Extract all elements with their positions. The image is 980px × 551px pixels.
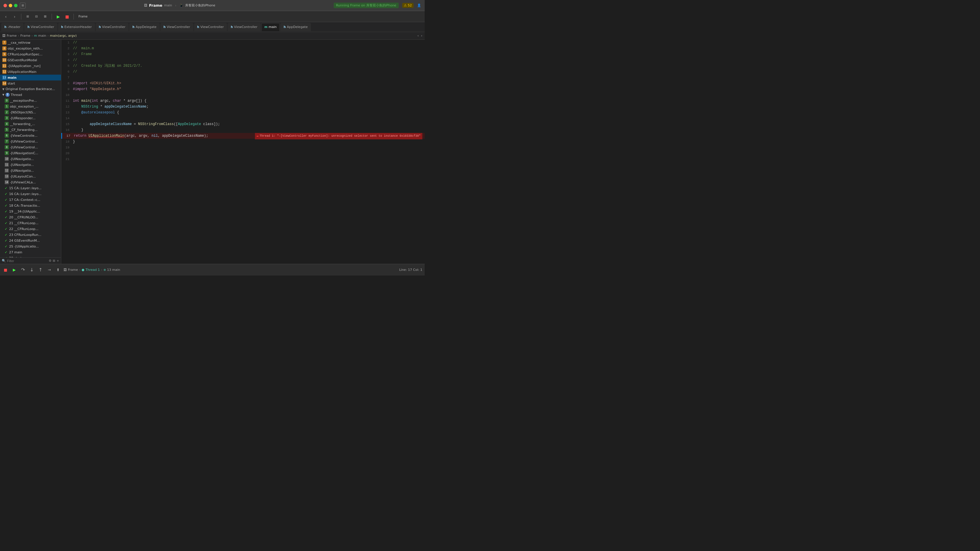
sidebar-item-start[interactable]: 14 start: [0, 81, 61, 86]
sidebar-item-t11[interactable]: 11 -[UINavigatio...: [0, 162, 61, 168]
thread-section-header[interactable]: ▼ T Thread: [0, 92, 61, 98]
sidebar-item-t24[interactable]: ✓ 24 GSEventRunM...: [0, 238, 61, 243]
sidebar-item-t22[interactable]: ✓ 22 __CFRunLoop...: [0, 226, 61, 232]
show-navigator-btn[interactable]: ⊞: [24, 13, 31, 20]
sidebar-item-t27[interactable]: ✓ 27 main: [0, 249, 61, 255]
sidebar-item-t8[interactable]: 8 -[UIViewControl...: [0, 144, 61, 150]
tab-2[interactable]: h ExtensionHeader: [58, 23, 95, 31]
sidebar-item-t9[interactable]: 9 -[UINavigationC...: [0, 150, 61, 156]
debug-frame-num[interactable]: 13 main: [107, 268, 120, 272]
item-label-t16: 16 CA::Layer::layo...: [9, 192, 60, 196]
exception-section[interactable]: ▼ Original Exception Backtrace...: [0, 86, 61, 92]
debug-fn-icon: ⊕: [103, 268, 106, 272]
code-line-6: 6 //: [61, 69, 425, 75]
sidebar-item-uiapp[interactable]: 11 -[UIApplication _run]: [0, 63, 61, 69]
sidebar-filter-input[interactable]: [7, 259, 48, 263]
sidebar-item-t23[interactable]: ✓ 23 CFRunLoopRun...: [0, 232, 61, 238]
sidebar-item-t18[interactable]: ✓ 18 CA::Transactio...: [0, 203, 61, 208]
sidebar-item-uiappmain[interactable]: 12 UIApplicationMain: [0, 69, 61, 75]
sidebar-item-t16[interactable]: ✓ 16 CA::Layer::layo...: [0, 191, 61, 197]
item-label-start: start: [8, 82, 60, 86]
debug-jump-btn[interactable]: →: [46, 267, 52, 273]
sidebar-item-t6[interactable]: 6 -[ViewControlle...: [0, 133, 61, 138]
sidebar-item-t20[interactable]: ✓ 20 __CFRUNLOO...: [0, 214, 61, 220]
sidebar-settings-icon[interactable]: ⚙: [49, 259, 52, 263]
sidebar-item-t2[interactable]: 2 -[NSObject(NS...: [0, 110, 61, 115]
sidebar-item-t25[interactable]: ✓ 25 -[UIApplicatio...: [0, 243, 61, 249]
code-line-2: 2 // main.m: [61, 46, 425, 51]
tab-0[interactable]: h -Header: [1, 23, 24, 31]
sidebar-item-t3[interactable]: 3 -[UIResponder...: [0, 115, 61, 121]
tab-3[interactable]: h ViewController: [95, 23, 129, 31]
item-label-t27: 27 main: [9, 251, 60, 254]
tab-7[interactable]: h ViewController: [228, 23, 261, 31]
sidebar-item-t1[interactable]: 1 objc_exception_...: [0, 103, 61, 110]
sidebar-item-t21[interactable]: ✓ 21 __CFRunLoop...: [0, 220, 61, 226]
sidebar-item-t13[interactable]: 13 -[UILayoutCon...: [0, 173, 61, 179]
sidebar-item-cxa[interactable]: 7 __cxa_rethrow: [0, 40, 61, 46]
debug-step-in-btn[interactable]: ↓: [29, 267, 35, 273]
item-label-cfrun: CFRunLoopRunSpec...: [8, 52, 60, 56]
item-label-t13: -[UILayoutCon...: [10, 175, 60, 178]
breadcrumb-main[interactable]: main: [38, 34, 46, 38]
sidebar-item-t17[interactable]: ✓ 17 CA::Context::c...: [0, 197, 61, 203]
sidebar-item-cfrun[interactable]: 9 CFRunLoopRunSpec...: [0, 51, 61, 57]
sidebar-item-t0[interactable]: 0 __exceptionPre...: [0, 98, 61, 103]
stop-button[interactable]: ■: [64, 13, 71, 20]
tab-6[interactable]: h ViewController: [194, 23, 227, 31]
show-debug-btn[interactable]: ⊟: [33, 13, 40, 20]
tab-main[interactable]: m main: [261, 23, 280, 31]
debug-continue-btn[interactable]: ▶: [11, 267, 18, 273]
tab-1[interactable]: h ViewController: [24, 23, 57, 31]
sidebar-add-icon[interactable]: +: [57, 259, 59, 263]
sidebar-item-t10[interactable]: 10 -[UINavigatio...: [0, 156, 61, 162]
debug-stop-btn[interactable]: ■: [2, 267, 9, 273]
sidebar-item-t19[interactable]: ✓ 19 __34-[UIApplic...: [0, 208, 61, 214]
code-editor[interactable]: 1 // 2 // main.m 3 // Frame 4 // 5 // Cr…: [61, 40, 425, 264]
debug-frame-label[interactable]: Frame: [68, 268, 78, 272]
breadcrumb-function[interactable]: main(argc, argv): [50, 34, 77, 38]
sidebar-item-main[interactable]: 13 main: [0, 75, 61, 81]
breadcrumb-forward-btn[interactable]: ›: [421, 34, 422, 38]
sidebar-toggle[interactable]: ⊞: [20, 3, 25, 8]
sidebar-item-t4[interactable]: 4 __forwarding_...: [0, 121, 61, 127]
tab-5[interactable]: h ViewController: [161, 23, 193, 31]
sidebar-item-objc-exc[interactable]: 8 objc_exception_reth...: [0, 46, 61, 51]
tab-4[interactable]: h AppDelegate: [129, 23, 159, 31]
item-label-t12: -[UINavigatio...: [10, 169, 60, 173]
item-label-t6: -[ViewControlle...: [10, 134, 60, 138]
sidebar-item-t12[interactable]: 12 -[UINavigatio...: [0, 168, 61, 173]
code-line-5: 5 // Created by 冯汉相 on 2021/2/7.: [61, 63, 425, 69]
item-icon-t13: 13: [5, 174, 9, 178]
sidebar-item-gsevent[interactable]: 10 GSEventRunModal: [0, 57, 61, 63]
debug-share-btn[interactable]: ⬆: [55, 267, 61, 273]
item-label-t25: 25 -[UIApplicatio...: [9, 245, 60, 248]
avatar-icon[interactable]: 👤: [417, 3, 421, 7]
tab-label-0: -Header: [8, 25, 21, 29]
show-inspector-btn[interactable]: ⊠: [42, 13, 49, 20]
sidebar-item-t15[interactable]: ✓ 15 CA::Layer::layo...: [0, 185, 61, 191]
tab-appdelegate[interactable]: h AppDelegate: [280, 23, 310, 31]
tab-icon-5: h: [164, 25, 165, 29]
sidebar-item-t7[interactable]: 7 -[UIViewControl...: [0, 138, 61, 144]
run-button[interactable]: ▶: [55, 13, 62, 20]
tabs-bar: h -Header h ViewController h ExtensionHe…: [0, 22, 425, 32]
scheme-button[interactable]: Frame: [77, 13, 89, 20]
sidebar-item-t5[interactable]: 5 _CF_forwarding...: [0, 127, 61, 133]
breadcrumb-frame2[interactable]: Frame: [21, 34, 30, 38]
breadcrumb-frame[interactable]: Frame: [7, 34, 17, 38]
minimize-button[interactable]: [9, 4, 12, 7]
breadcrumb-back-btn[interactable]: ‹: [417, 34, 418, 38]
sidebar-item-t14[interactable]: 14 -[UIView(CALa...: [0, 179, 61, 185]
debug-step-out-btn[interactable]: ↑: [37, 267, 44, 273]
item-icon-t14: 14: [5, 180, 9, 184]
close-button[interactable]: [3, 4, 7, 7]
sidebar-sort-icon[interactable]: ⊞: [53, 259, 56, 263]
item-icon-t3: 3: [5, 116, 9, 120]
debug-thread-label[interactable]: Thread 1: [86, 268, 100, 272]
debug-step-over-btn[interactable]: ↷: [20, 267, 26, 273]
debug-thread-icon[interactable]: ●: [82, 268, 84, 272]
fullscreen-button[interactable]: [14, 4, 18, 7]
back-button[interactable]: ‹: [2, 13, 10, 20]
forward-button[interactable]: ›: [11, 13, 18, 20]
